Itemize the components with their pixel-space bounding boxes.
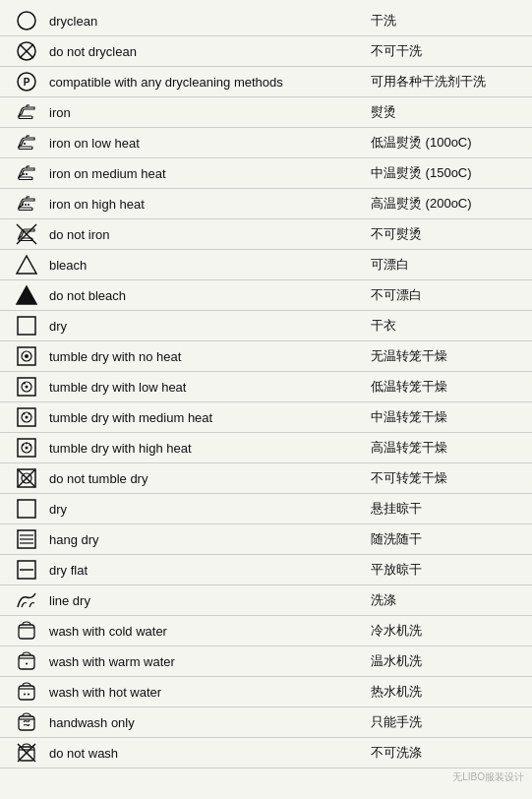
svg-point-45 bbox=[23, 444, 25, 446]
icon-iron-high bbox=[8, 193, 45, 215]
row-no-bleach: do not bleach 不可漂白 bbox=[0, 280, 532, 311]
label-tumble-low: tumble dry with low heat bbox=[45, 380, 367, 395]
chinese-tumble-high: 高温转笼干燥 bbox=[367, 439, 524, 457]
row-tumble-med: tumble dry with medium heat 中温转笼干燥 bbox=[0, 402, 532, 433]
label-no-tumble: do not tumble dry bbox=[45, 471, 367, 486]
svg-point-46 bbox=[26, 443, 28, 445]
svg-rect-13 bbox=[19, 177, 32, 180]
label-dry: dry bbox=[45, 319, 367, 334]
svg-rect-9 bbox=[19, 147, 32, 150]
label-iron-med: iron on medium heat bbox=[45, 166, 367, 181]
chinese-line-dry: 洗涤 bbox=[367, 591, 524, 609]
label-no-iron: do not iron bbox=[45, 227, 367, 242]
icon-dryclean bbox=[8, 10, 45, 31]
icon-tumble-high bbox=[8, 437, 45, 459]
svg-point-61 bbox=[28, 694, 30, 696]
label-dryclean: dryclean bbox=[45, 14, 367, 29]
icon-iron-med bbox=[8, 162, 45, 184]
row-dry-flat: dry flat 平放晾干 bbox=[0, 555, 532, 585]
row-handwash: handwash only 只能手洗 bbox=[0, 707, 532, 738]
label-no-dryclean: do not dryclean bbox=[45, 44, 367, 59]
chinese-iron-low: 低温熨烫 (100oC) bbox=[367, 134, 524, 152]
icon-no-bleach bbox=[8, 284, 45, 306]
chinese-no-bleach: 不可漂白 bbox=[367, 286, 524, 304]
row-bleach: bleach 可漂白 bbox=[0, 250, 532, 280]
svg-point-59 bbox=[26, 663, 28, 665]
chinese-bleach: 可漂白 bbox=[367, 256, 524, 274]
chinese-tumble-low: 低温转笼干燥 bbox=[367, 378, 524, 396]
label-tumble-med: tumble dry with medium heat bbox=[45, 410, 367, 425]
svg-point-39 bbox=[26, 416, 29, 419]
row-no-iron: do not iron 不可熨烫 bbox=[0, 219, 532, 250]
icon-wash-cold bbox=[8, 620, 45, 642]
chinese-handwash: 只能手洗 bbox=[367, 713, 524, 731]
chinese-tumble-no-heat: 无温转笼干燥 bbox=[367, 347, 524, 365]
chinese-dry-flat: 平放晾干 bbox=[367, 561, 524, 579]
svg-point-35 bbox=[26, 386, 29, 389]
label-tumble-high: tumble dry with high heat bbox=[45, 441, 367, 456]
label-wash-cold: wash with cold water bbox=[45, 624, 367, 639]
chinese-no-tumble: 不可转笼干燥 bbox=[367, 469, 524, 487]
label-wash-warm: wash with warm water bbox=[45, 654, 367, 669]
svg-point-14 bbox=[23, 173, 25, 175]
chinese-no-dryclean: 不可干洗 bbox=[367, 42, 524, 60]
chinese-compat-dryclean: 可用各种干洗剂干洗 bbox=[367, 73, 524, 91]
icon-dry2 bbox=[8, 498, 45, 520]
icon-wash-hot bbox=[8, 681, 45, 703]
chinese-iron-med: 中温熨烫 (150oC) bbox=[367, 164, 524, 182]
icon-no-tumble bbox=[8, 467, 45, 489]
chinese-iron: 熨烫 bbox=[367, 103, 524, 121]
label-iron-high: iron on high heat bbox=[45, 197, 367, 212]
row-wash-warm: wash with warm water 温水机洗 bbox=[0, 646, 532, 677]
label-dry-flat: dry flat bbox=[45, 563, 367, 578]
svg-point-20 bbox=[25, 204, 27, 206]
svg-point-15 bbox=[26, 173, 28, 175]
svg-point-10 bbox=[24, 143, 26, 145]
icon-iron-low bbox=[8, 132, 45, 154]
label-no-wash: do not wash bbox=[45, 746, 367, 761]
chinese-hang-dry: 随洗随干 bbox=[367, 530, 524, 548]
row-dry: dry 干衣 bbox=[0, 311, 532, 341]
chinese-tumble-med: 中温转笼干燥 bbox=[367, 408, 524, 426]
icon-dry-flat bbox=[8, 559, 45, 581]
svg-point-19 bbox=[22, 204, 24, 206]
label-wash-hot: wash with hot water bbox=[45, 685, 367, 700]
label-iron: iron bbox=[45, 105, 367, 120]
svg-rect-52 bbox=[18, 500, 35, 518]
row-hang-dry: hang dry 随洗随干 bbox=[0, 524, 532, 555]
icon-tumble-low bbox=[8, 376, 45, 398]
svg-point-32 bbox=[25, 354, 29, 358]
icon-handwash bbox=[8, 711, 45, 733]
row-iron-med: iron on medium heat 中温熨烫 (150oC) bbox=[0, 158, 532, 189]
svg-rect-6 bbox=[19, 116, 32, 119]
chinese-iron-high: 高温熨烫 (200oC) bbox=[367, 195, 524, 213]
icon-wash-warm bbox=[8, 650, 45, 672]
icon-no-wash bbox=[8, 742, 45, 764]
row-line-dry: line dry 洗涤 bbox=[0, 585, 532, 616]
label-compat-dryclean: compatible with any drycleaning methods bbox=[45, 75, 367, 90]
row-dryclean: dryclean 干洗 bbox=[0, 6, 532, 36]
row-no-tumble: do not tumble dry 不可转笼干燥 bbox=[0, 463, 532, 494]
label-tumble-no-heat: tumble dry with no heat bbox=[45, 349, 367, 364]
icon-dry bbox=[8, 315, 45, 337]
svg-point-44 bbox=[26, 447, 29, 450]
chinese-no-iron: 不可熨烫 bbox=[367, 225, 524, 243]
svg-point-36 bbox=[24, 383, 26, 385]
laundry-table: dryclean 干洗 do not dryclean 不可干洗 P compa… bbox=[0, 0, 532, 792]
icon-tumble-no-heat bbox=[8, 345, 45, 367]
svg-marker-27 bbox=[17, 256, 36, 274]
watermark: 无LIBO服装设计 bbox=[0, 768, 532, 786]
svg-marker-28 bbox=[17, 286, 36, 304]
row-tumble-no-heat: tumble dry with no heat 无温转笼干燥 bbox=[0, 341, 532, 372]
row-dry2: dry 悬挂晾干 bbox=[0, 494, 532, 524]
row-iron: iron 熨烫 bbox=[0, 97, 532, 128]
chinese-wash-cold: 冷水机洗 bbox=[367, 622, 524, 640]
icon-no-dryclean bbox=[8, 40, 45, 62]
label-line-dry: line dry bbox=[45, 593, 367, 608]
row-iron-high: iron on high heat 高温熨烫 (200oC) bbox=[0, 189, 532, 219]
chinese-wash-warm: 温水机洗 bbox=[367, 652, 524, 670]
chinese-wash-hot: 热水机洗 bbox=[367, 683, 524, 701]
label-iron-low: iron on low heat bbox=[45, 136, 367, 151]
label-dry2: dry bbox=[45, 502, 367, 517]
row-no-dryclean: do not dryclean 不可干洗 bbox=[0, 36, 532, 67]
